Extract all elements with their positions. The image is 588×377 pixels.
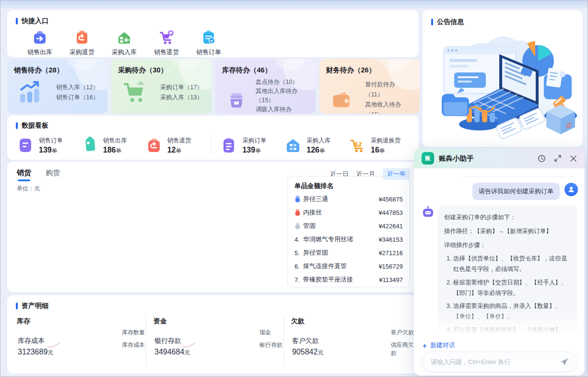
announcement-title-text: 公告信息 xyxy=(437,18,464,26)
ranking-row[interactable]: 4. 华润燃气专用丝堵 ¥346153 xyxy=(294,233,403,246)
todo-item[interactable]: 其他出入库待办（15） xyxy=(256,87,309,105)
cart-arrow-up-icon xyxy=(158,29,175,46)
bot-step: 根据需要维护【交货日期】、【经手人】、【部门】等非必填字段。 xyxy=(453,278,571,299)
wallet-icon xyxy=(330,87,353,113)
bar-chart-icon xyxy=(18,80,44,106)
todo-item[interactable]: 采购订单（17） xyxy=(160,82,203,93)
plus-icon: + xyxy=(423,342,427,350)
section-divider xyxy=(283,316,284,366)
user-avatar xyxy=(564,183,578,196)
expand-icon[interactable] xyxy=(554,154,562,162)
user-message: 请告诉我如何创建采购订单 xyxy=(472,183,560,200)
quick-item-label: 销售退货 xyxy=(154,48,179,57)
todo-item[interactable]: 盘点待办（10） xyxy=(256,78,309,87)
ranking-row[interactable]: 管固 ¥422641 xyxy=(294,219,403,233)
chat-input[interactable] xyxy=(431,358,560,365)
assistant-panel: 账 账犇小助手 请告诉我如何创建采购订单 xyxy=(414,148,585,376)
history-divider xyxy=(462,177,574,177)
cart-up-icon xyxy=(349,137,366,154)
data-board-card: 数据看板 销售订单 139单 销售出库 186单 xyxy=(7,116,419,160)
quick-item-sales-outbound[interactable]: 销售出库 xyxy=(19,29,61,57)
bot-path: 操作路径：【采购】→【新增采购订单】 xyxy=(444,226,571,237)
history-icon[interactable] xyxy=(538,154,546,163)
ranking-row[interactable]: 内接丝 ¥447853 xyxy=(294,206,403,219)
todo-card-finance[interactable]: 财务待办（26） 首付款待办（11） 其他收入待办（15） xyxy=(319,59,420,114)
cart-icon xyxy=(122,80,148,106)
stat-sales-return[interactable]: 销售退货 12单 xyxy=(145,137,210,154)
quick-entry-card: 快捷入口 销售出库 采购退货 xyxy=(7,10,419,57)
ranking-row[interactable]: 5. 异径管固 ¥271216 xyxy=(294,246,403,259)
section-divider xyxy=(146,316,146,366)
title-accent-bar xyxy=(16,303,18,309)
trend-tabs: 销货 购货 xyxy=(17,168,60,181)
bot-message: 创建采购订单的步骤如下： 操作路径：【采购】→【新增采购订单】 详细操作步骤： … xyxy=(438,206,577,336)
send-icon[interactable] xyxy=(560,357,569,366)
todo-item[interactable]: 销售入库（12） xyxy=(56,82,99,93)
todo-card-sales[interactable]: 销售待办（28） 销售入库（12） 销售订单（16） xyxy=(7,59,107,114)
stat-sales-outbound[interactable]: 销售出库 186单 xyxy=(81,137,145,154)
ranking-panel: 单品金额排名 异径三通 ¥456875 内接丝 ¥447853 xyxy=(287,176,410,287)
bot-intro: 创建采购订单的步骤如下： xyxy=(444,212,571,223)
quick-item-sales-order[interactable]: 销售订单 xyxy=(188,29,230,57)
tab-purchase[interactable]: 购货 xyxy=(46,168,60,181)
new-chat-button[interactable]: + 新建对话 xyxy=(423,341,455,350)
stat-sales-order[interactable]: 销售订单 139单 xyxy=(17,137,81,154)
clipboard-return-icon xyxy=(74,29,90,46)
quick-item-purchase-return[interactable]: 采购退货 xyxy=(61,29,103,57)
stat-purchase-exchange[interactable]: 采购退换货 16单 xyxy=(349,137,410,154)
todo-item[interactable]: 销售订单（16） xyxy=(56,93,99,103)
announcement-card: 公告信息 xyxy=(423,10,583,147)
legend-inventory: 库存数量 库存成本 xyxy=(113,329,145,353)
area-chart xyxy=(16,191,284,287)
data-board-title-text: 数据看板 xyxy=(22,121,48,130)
title-accent-bar xyxy=(431,19,433,25)
medal-icon xyxy=(294,223,301,230)
todo-item[interactable]: 其他收入待办（15） xyxy=(365,100,413,114)
announcement-title: 公告信息 xyxy=(431,18,464,26)
tab-sales[interactable]: 销货 xyxy=(17,168,31,181)
bag-arrow-out-icon xyxy=(32,29,48,46)
todo-item[interactable]: 调拨入库待办（21） xyxy=(256,105,309,114)
bag-return-icon xyxy=(145,137,163,154)
donut-debts xyxy=(324,327,365,368)
todo-card-purchase[interactable]: 采购待办（30） 采购订单（17） 采购入库（13） xyxy=(111,59,212,114)
todo-card-title: 库存待办（46） xyxy=(222,66,309,75)
assets-title: 资产明细 xyxy=(16,302,48,310)
quick-item-label: 销售出库 xyxy=(27,48,52,57)
stat-purchase-inbound[interactable]: 采购入库 126单 xyxy=(284,137,349,154)
house-arrow-in-icon xyxy=(116,29,132,46)
todo-card-title: 财务待办（26） xyxy=(326,66,413,75)
dashboard-page: 快捷入口 销售出库 采购退货 xyxy=(0,0,588,377)
ranking-row[interactable]: 6. 煤气连接件直管 ¥156729 xyxy=(294,259,403,273)
assistant-header: 账 账犇小助手 xyxy=(414,148,585,168)
stat-purchase-order[interactable]: 采购订单 139单 xyxy=(220,137,284,154)
ranking-row[interactable]: 7. 带橡胶垫平座活接 ¥113497 xyxy=(294,273,403,286)
quick-entry-title: 快捷入口 xyxy=(16,17,48,25)
medal-icon xyxy=(294,196,301,203)
bot-step: 选择【供货单位】、【收货仓库】，这些是红色星号字段，必须填写。 xyxy=(453,254,571,275)
title-accent-bar xyxy=(16,122,18,129)
quick-item-sales-return[interactable]: 销售退货 xyxy=(145,29,188,57)
top-nav-edge xyxy=(0,0,588,8)
bot-detail-label: 详细操作步骤： xyxy=(444,240,571,251)
warehouse-icon xyxy=(284,137,302,154)
medal-icon xyxy=(294,209,301,216)
assistant-avatar: 账 xyxy=(422,152,434,165)
todo-item[interactable]: 采购入库（13） xyxy=(160,93,203,103)
robot-icon xyxy=(422,206,435,219)
person-icon xyxy=(567,186,575,193)
close-icon[interactable] xyxy=(570,155,577,162)
todo-item[interactable]: 首付款待办（11） xyxy=(365,80,413,100)
asset-section-title: 库存 xyxy=(17,317,30,326)
quick-item-purchase-inbound[interactable]: 采购入库 xyxy=(103,29,145,57)
bot-steps: 选择【供货单位】、【收货仓库】，这些是红色星号字段，必须填写。 根据需要维护【交… xyxy=(444,254,571,336)
todo-card-inventory[interactable]: 库存待办（46） 盘点待办（10） 其他出入库待办（15） 调拨入库待办（21） xyxy=(215,59,316,114)
chat-input-bar xyxy=(422,352,577,372)
quick-item-label: 采购入库 xyxy=(112,48,137,57)
asset-section-title: 资金 xyxy=(153,317,167,326)
ranking-row[interactable]: 异径三通 ¥456875 xyxy=(294,192,403,206)
quick-item-label: 销售订单 xyxy=(196,48,221,57)
tag-icon xyxy=(81,137,98,154)
stats-divider xyxy=(211,136,212,155)
todo-card-title: 销售待办（28） xyxy=(14,66,101,75)
